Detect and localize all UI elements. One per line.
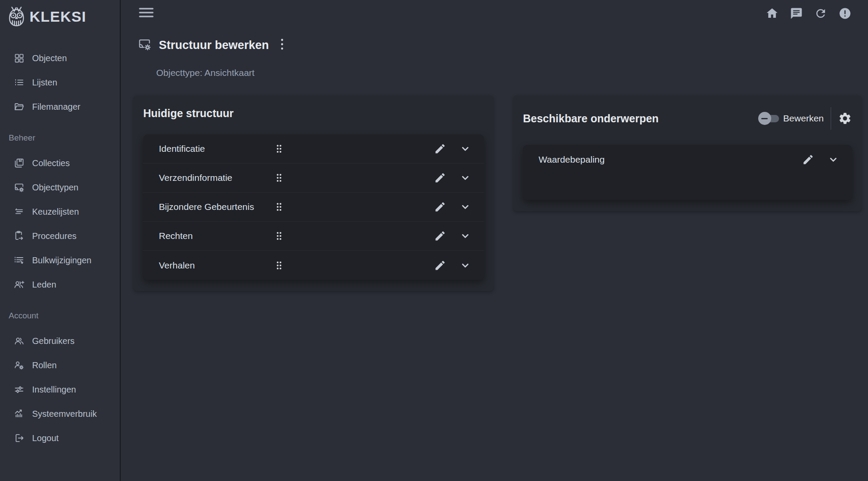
minus-icon: [761, 118, 768, 119]
sidebar-item-procedures[interactable]: Procedures: [0, 224, 120, 248]
drag-handle-icon[interactable]: [273, 260, 285, 271]
topbar: [121, 0, 868, 18]
panel-header: Beschikbare onderwerpen Bewerken: [523, 107, 852, 130]
chevron-down-icon[interactable]: [459, 200, 472, 213]
chevron-down-icon[interactable]: [459, 171, 472, 184]
objecttype-icon: [137, 37, 152, 53]
sidebar-item-label: Bulkwijzigingen: [32, 255, 92, 265]
sidebar-item-lijsten[interactable]: Lijsten: [0, 70, 120, 95]
sidebar-item-label: Systeemverbruik: [32, 409, 97, 419]
usage-chart-icon: [13, 408, 25, 420]
sidebar-item-label: Logout: [32, 433, 59, 443]
sidebar-item-label: Gebruikers: [32, 336, 75, 346]
sidebar-section-account: Account: [0, 306, 120, 325]
hamburger-menu-icon[interactable]: [139, 7, 154, 20]
sidebar-section-beheer: Beheer: [0, 128, 120, 147]
refresh-icon[interactable]: [814, 7, 827, 20]
objecttype-icon: [13, 181, 25, 193]
sidebar-item-label: Objecttypen: [32, 183, 79, 193]
chevron-down-icon[interactable]: [827, 153, 840, 166]
sidebar-item-gebruikers[interactable]: Gebruikers: [0, 329, 120, 353]
sidebar-item-rollen[interactable]: Rollen: [0, 353, 120, 377]
sidebar-item-keuzelijsten[interactable]: Keuzelijsten: [0, 200, 120, 224]
sidebar-item-label: Keuzelijsten: [32, 207, 79, 217]
collections-icon: [13, 157, 25, 169]
edit-icon[interactable]: [434, 200, 447, 213]
sidebar-item-filemanager[interactable]: Filemanager: [0, 95, 120, 119]
content-cards: Huidige structuur Identificatie: [134, 95, 868, 291]
gear-icon[interactable]: [838, 111, 852, 125]
edit-icon[interactable]: [434, 229, 447, 242]
structure-row: Identificatie: [143, 134, 484, 164]
bulk-edit-icon: [13, 254, 25, 266]
sidebar-item-logout[interactable]: Logout: [0, 426, 120, 450]
edit-icon[interactable]: [802, 153, 815, 166]
owl-icon: [7, 6, 26, 27]
main-content: Structuur bewerken Objecttype: Ansichtka…: [121, 0, 868, 481]
sidebar-item-systeemverbruik[interactable]: Systeemverbruik: [0, 402, 120, 426]
sidebar-item-label: Procedures: [32, 231, 76, 241]
row-label: Bijzondere Gebeurtenis: [159, 202, 273, 212]
edit-mode-toggle[interactable]: [758, 112, 779, 125]
toggle-knob: [758, 112, 771, 125]
structure-row: Verzendinformatie: [143, 164, 484, 193]
row-label: Waardebepaling: [539, 154, 653, 165]
sidebar-item-label: Rollen: [32, 360, 57, 370]
logout-icon: [13, 432, 25, 444]
sidebar-item-bulkwijzigingen[interactable]: Bulkwijzigingen: [0, 248, 120, 272]
page-subtitle: Objecttype: Ansichtkaart: [156, 68, 868, 78]
sidebar-item-instellingen[interactable]: Instellingen: [0, 377, 120, 402]
structure-row: Rechten: [143, 222, 484, 251]
subject-row: Waardebepaling: [523, 145, 852, 174]
role-gear-icon: [13, 359, 25, 371]
row-label: Identificatie: [159, 144, 273, 154]
sidebar: KLEKSI Objecten: [0, 0, 121, 481]
chevron-down-icon[interactable]: [459, 229, 472, 242]
grid-icon: [13, 52, 25, 64]
available-subjects-panel: Beschikbare onderwerpen Bewerken: [513, 95, 861, 211]
panel-title: Huidige structuur: [143, 107, 484, 120]
chat-icon[interactable]: [790, 7, 803, 20]
edit-icon[interactable]: [434, 171, 447, 184]
drag-handle-icon[interactable]: [273, 172, 285, 183]
chevron-down-icon[interactable]: [459, 142, 472, 155]
page-header: Structuur bewerken: [137, 37, 868, 53]
structure-list: Identificatie: [143, 134, 484, 280]
chevron-down-icon[interactable]: [459, 259, 472, 272]
row-label: Verhalen: [159, 260, 273, 271]
brand-logo[interactable]: KLEKSI: [0, 0, 120, 27]
row-label: Rechten: [159, 231, 273, 241]
list-icon: [13, 76, 25, 88]
brand-name: KLEKSI: [30, 8, 86, 25]
sliders-icon: [13, 383, 25, 396]
sidebar-item-objecten[interactable]: Objecten: [0, 46, 120, 70]
current-structure-panel: Huidige structuur Identificatie: [134, 95, 493, 291]
edit-icon[interactable]: [434, 259, 447, 272]
sidebar-item-label: Objecten: [32, 53, 67, 63]
drag-handle-icon[interactable]: [273, 230, 285, 242]
sidebar-item-label: Instellingen: [32, 385, 76, 395]
sidebar-item-leden[interactable]: Leden: [0, 272, 120, 297]
people-icon: [13, 335, 25, 347]
subjects-list: Waardebepaling: [523, 145, 852, 200]
drag-handle-icon[interactable]: [273, 143, 285, 154]
row-label: Verzendinformatie: [159, 173, 273, 183]
toggle-label: Bewerken: [783, 113, 824, 124]
sidebar-nav: Objecten Lijsten Fileman: [0, 46, 120, 450]
app-window: KLEKSI Objecten: [0, 0, 868, 481]
structure-row: Verhalen: [143, 251, 484, 280]
edit-icon[interactable]: [434, 142, 447, 155]
kebab-menu-icon[interactable]: [278, 37, 286, 53]
home-icon[interactable]: [766, 7, 779, 20]
page-title: Structuur bewerken: [159, 39, 269, 52]
sidebar-item-label: Lijsten: [32, 78, 57, 88]
sidebar-item-collecties[interactable]: Collecties: [0, 151, 120, 175]
sidebar-item-label: Filemanager: [32, 102, 80, 112]
alert-icon[interactable]: [838, 7, 852, 20]
drag-handle-icon[interactable]: [273, 201, 285, 213]
clipboard-arrow-icon: [13, 230, 25, 242]
folder-icon: [13, 101, 25, 113]
header-divider: [831, 107, 831, 130]
topbar-actions: [766, 7, 852, 20]
sidebar-item-objecttypen[interactable]: Objecttypen: [0, 175, 120, 200]
